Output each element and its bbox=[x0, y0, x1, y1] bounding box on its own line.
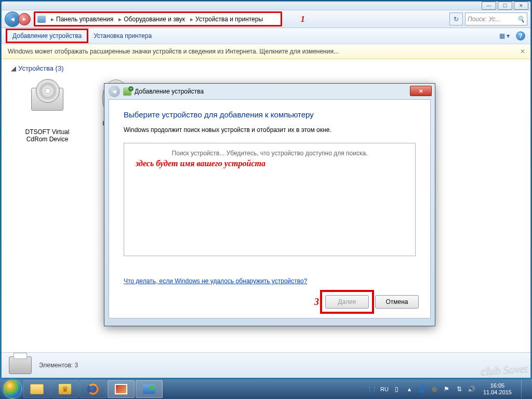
next-button[interactable]: Далее bbox=[325, 295, 369, 309]
dvd-drive-icon bbox=[29, 88, 66, 125]
clock[interactable]: 16:05 11.04.2015 bbox=[480, 382, 515, 396]
dialog-header[interactable]: ◄ Добавление устройства ✕ bbox=[104, 84, 435, 99]
add-device-icon bbox=[123, 87, 131, 96]
taskbar-control-panel[interactable] bbox=[136, 380, 163, 398]
windows-orb-icon bbox=[3, 380, 22, 398]
info-bar[interactable]: Windows может отображать расширенные зна… bbox=[2, 44, 530, 59]
titlebar[interactable]: — ☐ ✕ bbox=[2, 2, 530, 10]
lang-indicator[interactable]: RU bbox=[380, 386, 389, 392]
device-label: DTSOFT Virtual CdRom Device bbox=[21, 128, 73, 143]
network-icon[interactable]: ⇅ bbox=[455, 385, 463, 393]
dialog-back-button[interactable]: ◄ bbox=[109, 86, 120, 97]
taskbar-image[interactable] bbox=[108, 380, 135, 398]
system-tray: ⋮⋮ RU ▯ ▴ 👤 ◎ ⚑ ⇅ 🔊 16:05 11.04.2015 bbox=[367, 380, 530, 398]
printer-icon bbox=[9, 356, 32, 374]
clock-time: 16:05 bbox=[483, 382, 512, 389]
annotation-3: 3 bbox=[314, 297, 319, 308]
folder-icon bbox=[30, 384, 44, 394]
action-center-icon[interactable]: ⚑ bbox=[443, 385, 451, 393]
add-device-link[interactable]: Добавление устройства bbox=[6, 29, 88, 43]
taskbar-app[interactable]: ♛ bbox=[51, 380, 78, 398]
show-desktop-button[interactable] bbox=[521, 380, 528, 398]
info-text: Windows может отображать расширенные зна… bbox=[8, 48, 339, 55]
dialog-close-button[interactable]: ✕ bbox=[410, 86, 432, 96]
device-item[interactable]: DTSOFT Virtual CdRom Device bbox=[21, 78, 73, 143]
tray-app-icon[interactable]: ◎ bbox=[430, 385, 438, 393]
add-device-dialog: ◄ Добавление устройства ✕ Выберите устро… bbox=[104, 83, 435, 326]
search-input[interactable]: Поиск: Ус... 🔍 bbox=[465, 12, 527, 25]
search-icon[interactable]: 🔍 bbox=[517, 16, 525, 23]
address-bar[interactable]: ▸Панель управления ▸Оборудование и звук … bbox=[34, 11, 282, 26]
info-close-icon[interactable]: ✕ bbox=[520, 48, 525, 55]
section-header[interactable]: ◢Устройства (3) bbox=[11, 64, 521, 72]
add-printer-link[interactable]: Установка принтера bbox=[88, 30, 157, 42]
search-placeholder: Поиск: Ус... bbox=[468, 16, 501, 23]
crumb-2[interactable]: Оборудование и звук bbox=[124, 16, 185, 23]
cancel-button[interactable]: Отмена bbox=[375, 295, 419, 309]
view-menu-icon[interactable]: ▦ ▾ bbox=[499, 32, 510, 39]
start-button[interactable] bbox=[2, 380, 23, 398]
refresh-button[interactable]: ↻ bbox=[449, 12, 463, 25]
dialog-text: Windows продолжит поиск новых устройств … bbox=[124, 126, 416, 134]
flag-icon[interactable]: ▯ bbox=[393, 385, 401, 393]
taskbar-firefox[interactable] bbox=[79, 380, 107, 398]
control-panel-icon bbox=[143, 384, 155, 394]
minimize-button[interactable]: — bbox=[482, 2, 496, 10]
forward-button[interactable]: ► bbox=[18, 13, 31, 25]
help-link[interactable]: Что делать, если Windows не удалось обна… bbox=[124, 277, 307, 285]
dialog-title: Добавление устройства bbox=[135, 88, 204, 95]
help-icon[interactable]: ? bbox=[516, 31, 525, 41]
toolbar: Добавление устройства Установка принтера… bbox=[2, 28, 530, 44]
taskbar-explorer[interactable] bbox=[23, 380, 50, 398]
app-icon: ♛ bbox=[59, 384, 71, 394]
device-list[interactable]: Поиск устройств... Убедитесь, что устрой… bbox=[124, 143, 416, 256]
devices-icon bbox=[37, 16, 46, 23]
volume-icon[interactable]: 🔊 bbox=[468, 385, 476, 393]
tray-user-icon[interactable]: 👤 bbox=[418, 385, 426, 393]
crumb-3[interactable]: Устройства и принтеры bbox=[195, 16, 263, 23]
maximize-button[interactable]: ☐ bbox=[498, 2, 512, 10]
tray-grip-icon[interactable]: ⋮⋮ bbox=[367, 386, 376, 393]
annotation-2: здесь будет имя вашего устройста bbox=[130, 159, 409, 168]
crumb-1[interactable]: Панель управления bbox=[56, 16, 113, 23]
navbar: ◄ ► ▸Панель управления ▸Оборудование и з… bbox=[2, 10, 530, 28]
searching-text: Поиск устройств... Убедитесь, что устрой… bbox=[130, 150, 409, 157]
dialog-body: Выберите устройство для добавления к ком… bbox=[109, 99, 431, 318]
status-text: Элементов: 3 bbox=[39, 362, 78, 369]
status-bar: Элементов: 3 bbox=[2, 352, 530, 378]
clock-date: 11.04.2015 bbox=[483, 389, 512, 396]
annotation-1: 1 bbox=[301, 15, 305, 24]
tray-chevron-icon[interactable]: ▴ bbox=[405, 385, 414, 393]
image-icon bbox=[114, 383, 128, 395]
highlight-box-next: Далее bbox=[320, 290, 374, 314]
close-button[interactable]: ✕ bbox=[514, 2, 528, 10]
taskbar: ♛ ⋮⋮ RU ▯ ▴ 👤 ◎ ⚑ ⇅ 🔊 16:05 11.04.2015 bbox=[0, 379, 532, 399]
dialog-heading: Выберите устройство для добавления к ком… bbox=[124, 110, 416, 119]
firefox-icon bbox=[87, 383, 99, 395]
